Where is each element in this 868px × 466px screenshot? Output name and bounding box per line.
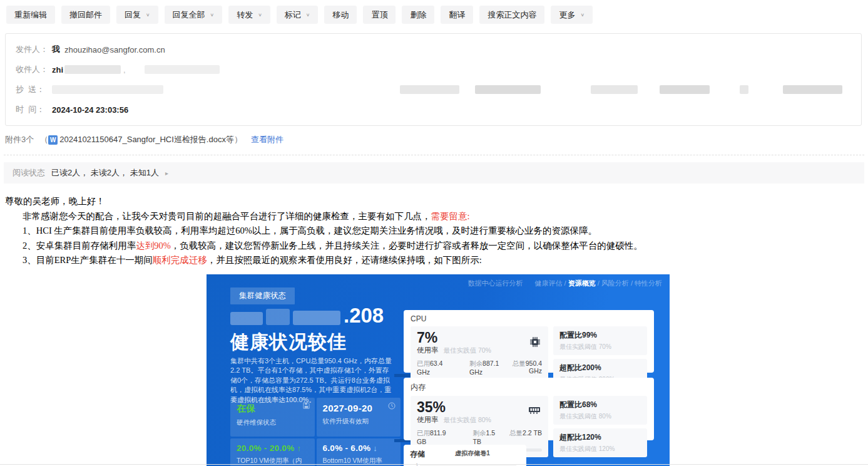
expiry-date: 2027-09-20: [323, 403, 395, 413]
nav-tab-features: 特性分析: [635, 279, 662, 287]
cluster-title: .208: [230, 306, 384, 325]
from-row: 发件人： 我 zhouzihao@sangfor.com.cn: [16, 39, 851, 60]
time-value: 2024-10-24 23:03:56: [52, 105, 128, 115]
save-icon: [303, 402, 310, 410]
memory-usage-pct: 35%: [417, 399, 542, 415]
status-cards-grid: 在保 硬件维保状态 2027-09-20 软件升级有效期 20.0% - 20.…: [230, 398, 401, 466]
nav-tab-resources: 资源概览: [568, 279, 596, 287]
read-status-bar: 阅读状态 已读2人， 未读2人， 未知1人 ▸: [4, 162, 864, 184]
item-1: 1、HCI 生产集群目前使用率负载较高，利用率均超过60%以上，属于高负载，建议…: [5, 224, 868, 239]
bottom10-range: 6.0% - 6.0%↓: [323, 443, 395, 453]
mail-header-box: 发件人： 我 zhouzihao@sangfor.com.cn 收件人： zhi…: [5, 33, 862, 126]
pin-top-button[interactable]: 置顶: [363, 6, 396, 24]
intro-line: 非常感谢您今天的配合，让我今天对贵司目前的超融合平台进行了详细的健康检查，主要有…: [5, 209, 868, 224]
hci-report-screenshot: 数据中心运行分析 健康评估 / 资源概览 / 风险分析 / 特性分析 集群健康状…: [207, 274, 670, 466]
memory-config-ratio-box: 配置比68% 最佳实践阈值 80%: [553, 396, 647, 425]
memory-overcommit-box: 超配比120% 最佳实践阈值 120%: [553, 428, 647, 457]
chevron-down-icon[interactable]: ∨: [210, 13, 215, 18]
redacted-cc: [475, 85, 541, 94]
mail-toolbar: 重新编辑 撤回邮件 回复∨ 回复全部∨ 转发∨ 标记∨ 移动 置顶 删除 翻译 …: [0, 0, 868, 29]
attachment-count: 附件3个: [5, 134, 34, 145]
cc-label: 抄 送：: [16, 84, 52, 95]
sender-email[interactable]: zhouzihao@sangfor.com.cn: [64, 45, 165, 54]
reply-button[interactable]: 回复∨: [116, 6, 158, 24]
mark-button[interactable]: 标记∨: [277, 6, 319, 24]
cpu-config-ratio-box: 配置比99% 最佳实践阈值 70%: [553, 326, 647, 355]
chevron-down-icon[interactable]: ∨: [580, 13, 585, 18]
item-3: 3、目前ERP生产集群在十一期间顺利完成迁移，并且按照最近的观察来看使用良好，还…: [5, 253, 868, 268]
cpu-chip-icon: [529, 336, 541, 350]
attachment-filename[interactable]: 20241021150647_Sangfor_HCI巡检报告.docx等: [59, 134, 234, 145]
recipient-separator: ,: [123, 65, 126, 75]
move-button[interactable]: 移动: [324, 6, 357, 24]
page-divider: [0, 464, 868, 465]
software-expiry-card: 2027-09-20 软件升级有效期: [317, 398, 401, 437]
chevron-down-icon[interactable]: ∨: [258, 13, 262, 18]
redacted-cc: [591, 85, 638, 94]
redacted-cluster-name: [293, 311, 340, 325]
top10-range: 20.0% - 20.0%↑: [237, 443, 309, 453]
storage-panel: 存储 虚拟存储卷1 1 0.8 0.6 0.4 0.2 0 2024-09-21…: [404, 445, 526, 466]
arrow-down-icon: ↓: [373, 443, 377, 453]
redacted-cc: [740, 85, 748, 94]
reply-all-button[interactable]: 回复全部∨: [165, 6, 223, 24]
memory-panel: 内存 35% 使用率最佳实践值 80% 已用811.9 GB 剩余1.5 TB …: [404, 378, 654, 440]
redacted-recipient: [145, 65, 220, 74]
attachments-row: 附件3个 （ W 20241021150647_Sangfor_HCI巡检报告.…: [5, 134, 868, 145]
ram-icon: [528, 406, 541, 417]
dashed-divider: [4, 155, 864, 155]
read-status-label: 阅读状态: [13, 167, 45, 179]
health-status-text: 健康状况较佳: [230, 329, 347, 355]
clock-icon: [388, 402, 396, 411]
warranty-card: 在保 硬件维保状态: [230, 398, 315, 437]
more-button[interactable]: 更多∨: [551, 6, 593, 24]
expand-arrow-icon[interactable]: ▸: [165, 170, 168, 177]
nav-tab-risk: 风险分析: [601, 279, 629, 287]
redacted-cc: [660, 85, 710, 94]
word-file-icon: W: [48, 135, 58, 145]
to-row: 收件人： zhi ,: [16, 60, 851, 80]
attention-text: 需要留意:: [431, 211, 470, 221]
nav-tab-health: 健康评估: [534, 279, 562, 287]
translate-button[interactable]: 翻译: [441, 6, 473, 24]
report-brand: 数据中心运行分析: [467, 279, 523, 287]
mail-body: 尊敬的吴老师，晚上好！ 非常感谢您今天的配合，让我今天对贵司目前的超融合平台进行…: [5, 194, 868, 268]
cpu-usage-pct: 7%: [417, 329, 542, 346]
delete-button[interactable]: 删除: [402, 6, 434, 24]
forward-button[interactable]: 转发∨: [228, 6, 270, 24]
redacted-cc: [783, 85, 842, 94]
paren: （: [40, 134, 48, 145]
recipient-name[interactable]: zhi: [52, 65, 63, 75]
from-label: 发件人：: [16, 44, 52, 55]
read-status-value[interactable]: 已读2人， 未读2人， 未知1人: [51, 167, 159, 179]
redacted-cc: [400, 85, 459, 94]
to-label: 收件人：: [16, 64, 52, 75]
chevron-down-icon[interactable]: ∨: [146, 13, 150, 18]
cluster-health-badge: 集群健康状态: [230, 287, 295, 304]
item-2: 2、安卓集群目前存储利用率达到90%，负载较高，建议您暂停新业务上线，并且持续关…: [5, 239, 868, 254]
view-attachments-link[interactable]: 查看附件: [251, 134, 283, 145]
top10-vm-card: 20.0% - 20.0%↑ TOP10 VM使用率（内存）: [230, 438, 315, 466]
redacted-cluster-name: [230, 312, 263, 325]
greeting-line: 尊敬的吴老师，晚上好！: [5, 194, 868, 209]
redacted-cluster-name: [266, 309, 290, 325]
highlight-90pct: 达到90%: [136, 241, 171, 251]
recall-button[interactable]: 撤回邮件: [61, 6, 110, 24]
cc-row: 抄 送：: [16, 80, 851, 100]
cpu-panel: CPU 7% 使用率最佳实践值 70% 已用63.4 GHz 剩余887.1 G…: [404, 310, 654, 373]
highlight-migration: 顺利完成迁移: [153, 255, 207, 265]
search-body-button[interactable]: 搜索正文内容: [479, 6, 544, 24]
paren: ）: [234, 134, 242, 145]
redacted-cc: [52, 85, 163, 94]
report-nav: 数据中心运行分析 健康评估 / 资源概览 / 风险分析 / 特性分析: [467, 279, 662, 288]
sender-me: 我: [52, 44, 60, 55]
storage-chart-title: 虚拟存储卷1: [425, 449, 520, 460]
reedit-button[interactable]: 重新编辑: [6, 6, 55, 24]
redacted-recipient: [64, 65, 121, 74]
warranty-status: 在保: [237, 403, 309, 415]
cluster-ip-suffix: .208: [344, 306, 384, 325]
chevron-down-icon[interactable]: ∨: [306, 13, 310, 18]
time-label: 时 间：: [16, 104, 52, 115]
time-row: 时 间： 2024-10-24 23:03:56: [16, 100, 851, 120]
arrow-up-icon: ↑: [297, 443, 301, 453]
